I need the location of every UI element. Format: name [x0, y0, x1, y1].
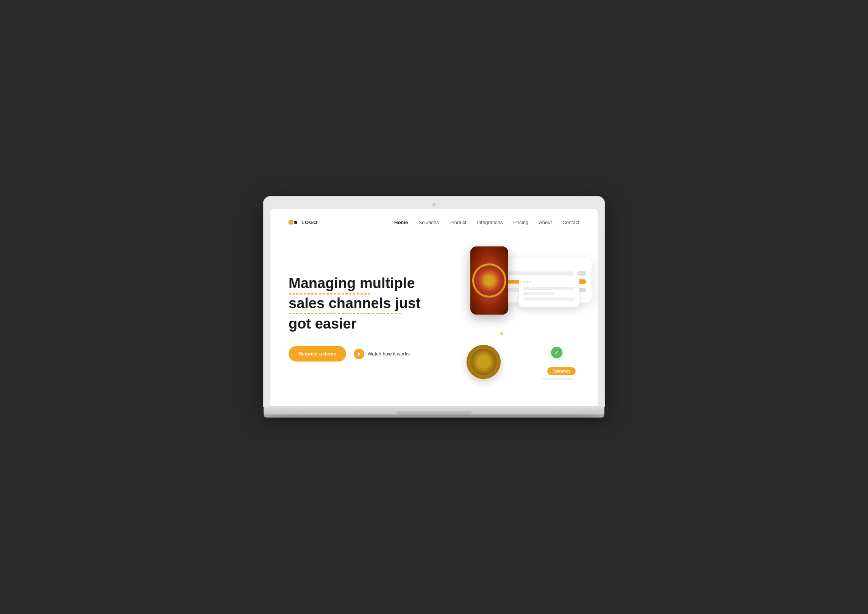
float-row-3 [523, 298, 575, 301]
nav-product[interactable]: Product [450, 220, 467, 225]
check-circle: ✓ [551, 347, 562, 358]
pizza-topping [474, 265, 504, 296]
watch-button[interactable]: Watch how it works [354, 349, 410, 359]
watch-label: Watch how it works [367, 351, 410, 357]
nav-integrations[interactable]: Integrations [477, 220, 503, 225]
floating-dots [523, 281, 575, 283]
hero-line1: Managing multiple [289, 275, 415, 291]
hero-text: Managing multiple sales channels just go… [289, 275, 432, 362]
logo-icon [289, 218, 299, 226]
panel-toggle-1 [577, 271, 586, 276]
sparkle-icon: ✦ [499, 330, 504, 338]
takeaway-decoration [542, 378, 573, 380]
site-main: Managing multiple sales channels just go… [270, 235, 598, 405]
float-dot-1 [523, 281, 525, 283]
demo-button[interactable]: Request a demo [289, 346, 346, 362]
hero-heading: Managing multiple sales channels just go… [289, 275, 432, 332]
nav-home[interactable]: Home [394, 220, 408, 225]
laptop-bezel: LOGO Home Solutions Product Integrations… [264, 196, 604, 406]
hero-actions: Request a demo Watch how it works [289, 346, 432, 362]
nav-solutions[interactable]: Solutions [418, 220, 439, 225]
laptop-screen: LOGO Home Solutions Product Integrations… [270, 209, 598, 406]
hero-visual: ✓ Takeaway ✦ [448, 246, 579, 390]
floating-card [519, 277, 579, 307]
underline-1 [289, 293, 372, 295]
takeaway-badge: Takeaway [547, 367, 576, 375]
phone-mockup [470, 246, 508, 315]
laptop: LOGO Home Solutions Product Integrations… [264, 196, 604, 418]
play-triangle [358, 352, 361, 356]
hero-line3: got easier [289, 316, 357, 332]
pizza-image [470, 246, 508, 315]
food-image-2 [467, 345, 501, 379]
panel-bar-1 [499, 271, 574, 275]
hero-line2: sales channels just [289, 295, 421, 311]
underline-2 [289, 313, 402, 314]
float-row-1 [523, 287, 575, 290]
logo-dark-square [294, 221, 297, 224]
logo: LOGO [289, 218, 317, 226]
nav-pricing[interactable]: Pricing [513, 220, 528, 225]
float-dot-2 [526, 281, 528, 283]
float-dot-3 [529, 281, 531, 283]
laptop-base [264, 406, 604, 415]
nav-contact[interactable]: Contact [562, 220, 579, 225]
nav-about[interactable]: About [539, 220, 552, 225]
laptop-foot [264, 415, 604, 418]
logo-text: LOGO [301, 220, 317, 225]
play-icon [354, 349, 364, 359]
food-inner [470, 349, 497, 375]
float-row-2 [523, 292, 554, 295]
main-nav: Home Solutions Product Integrations Pric… [394, 220, 579, 225]
laptop-camera [432, 203, 436, 206]
logo-orange-square [289, 220, 293, 224]
site-header: LOGO Home Solutions Product Integrations… [270, 209, 598, 235]
